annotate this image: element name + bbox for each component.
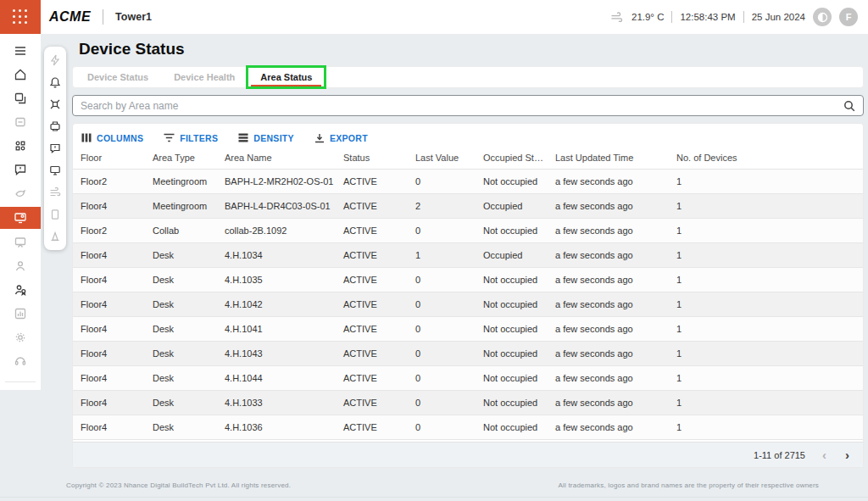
rail-item-door[interactable] <box>48 208 62 221</box>
sidebar-item-menu[interactable] <box>0 41 41 61</box>
door-icon <box>49 209 61 220</box>
tab-area-status[interactable]: Area Status <box>248 67 325 87</box>
table-cell: Desk <box>145 398 217 408</box>
rail-item-air-quality[interactable] <box>48 186 62 199</box>
export-button[interactable]: EXPORT <box>314 133 368 143</box>
rail-item-desks[interactable] <box>48 97 62 111</box>
table-cell: 0 <box>408 348 476 359</box>
tab-device-status[interactable]: Device Status <box>75 67 161 87</box>
sidebar-item-feedback[interactable] <box>0 159 41 180</box>
rail-item-alarm[interactable] <box>48 75 62 89</box>
tab-device-health[interactable]: Device Health <box>161 67 248 87</box>
sidebar-item-pages[interactable] <box>0 88 41 109</box>
rail-item-display[interactable] <box>48 164 62 177</box>
table-cell: Desk <box>145 299 217 309</box>
category-rail <box>44 47 66 250</box>
divider <box>743 11 744 23</box>
column-header[interactable]: Last Value <box>408 153 476 163</box>
table-cell: 0 <box>408 398 476 408</box>
table-cell: Floor2 <box>73 225 145 236</box>
sidebar-item-analytics[interactable] <box>0 303 41 324</box>
contrast-toggle-button[interactable] <box>813 8 832 26</box>
gesture-icon <box>14 186 27 200</box>
weather-icon <box>611 12 624 22</box>
main-sidebar <box>0 34 41 390</box>
sidebar-item-gesture[interactable] <box>0 183 41 203</box>
sidebar-item-badge-person[interactable] <box>0 280 41 300</box>
table-cell: Not occupied <box>476 324 548 334</box>
table-cell: 0 <box>408 176 476 186</box>
table-cell: 4.H.1042 <box>217 299 336 309</box>
table-cell: 1 <box>669 373 863 383</box>
sidebar-item-home[interactable] <box>0 64 41 85</box>
person-icon <box>14 259 27 273</box>
table-row[interactable]: Floor4Desk4.H.1043ACTIVE0Not occupieda f… <box>73 342 863 366</box>
table-cell: Desk <box>145 275 217 285</box>
table-row[interactable]: Floor2Collabcollab-2B.1092ACTIVE0Not occ… <box>73 219 863 243</box>
table-cell: Floor4 <box>73 422 145 432</box>
search-icon[interactable] <box>843 100 855 112</box>
column-header[interactable]: Floor <box>73 153 145 163</box>
sidebar-item-person[interactable] <box>0 256 41 276</box>
table-cell: 4.H.1035 <box>217 275 336 285</box>
density-icon <box>238 133 248 142</box>
user-avatar[interactable]: F <box>839 8 858 26</box>
table-cell: ACTIVE <box>336 373 408 383</box>
table-cell: 0 <box>408 422 476 432</box>
sidebar-item-support[interactable] <box>0 351 41 371</box>
table-cell: a few seconds ago <box>548 398 669 408</box>
columns-button[interactable]: COLUMNS <box>81 133 143 143</box>
table-cell: Not occupied <box>476 422 548 432</box>
column-header[interactable]: Area Type <box>145 153 217 163</box>
column-header[interactable]: Last Updated Time <box>548 153 669 163</box>
filters-button[interactable]: FILTERS <box>164 133 218 143</box>
table-row[interactable]: Floor4Desk4.H.1036ACTIVE0Not occupieda f… <box>73 415 863 440</box>
rail-item-cabinet[interactable] <box>48 120 62 133</box>
table-cell: Floor2 <box>73 176 145 186</box>
column-header[interactable]: Occupied Status <box>476 153 548 163</box>
filters-icon <box>164 133 175 142</box>
export-icon <box>314 133 325 143</box>
table-cell: a few seconds ago <box>548 324 669 334</box>
sidebar-item-device-status[interactable] <box>0 207 41 229</box>
next-page-button[interactable]: › <box>845 448 849 461</box>
table-cell: Desk <box>145 250 217 260</box>
rail-item-energy[interactable] <box>48 53 62 67</box>
table-cell: Not occupied <box>476 275 548 285</box>
rail-item-chat-alert[interactable] <box>48 142 62 155</box>
table-row[interactable]: Floor2MeetingroomBAPH-L2-MR2H02-OS-01ACT… <box>73 170 863 194</box>
table-row[interactable]: Floor4Desk4.H.1042ACTIVE0Not occupieda f… <box>73 292 863 317</box>
table-row[interactable]: Floor4Desk4.H.1041ACTIVE0Not occupieda f… <box>73 317 863 342</box>
sidebar-item-settings[interactable] <box>0 327 41 348</box>
column-header[interactable]: Status <box>336 153 408 163</box>
search-input[interactable] <box>81 100 843 112</box>
table-cell: Floor4 <box>73 299 145 309</box>
clock-value: 12:58:43 PM <box>680 12 735 22</box>
density-button[interactable]: DENSITY <box>238 133 294 143</box>
sidebar-item-presentation[interactable] <box>0 232 41 253</box>
card-icon <box>14 115 27 129</box>
column-header[interactable]: No. of Devices <box>669 153 863 163</box>
column-header[interactable]: Area Name <box>217 153 336 163</box>
table-row[interactable]: Floor4Desk4.H.1034ACTIVE1Occupieda few s… <box>73 243 863 268</box>
table-cell: ACTIVE <box>336 250 408 260</box>
table-cell: 1 <box>669 324 863 334</box>
table-row[interactable]: Floor4Desk4.H.1033ACTIVE0Not occupieda f… <box>73 391 863 415</box>
sidebar-item-card[interactable] <box>0 112 41 132</box>
table-cell: a few seconds ago <box>548 275 669 285</box>
sidebar-item-widgets[interactable] <box>0 136 41 156</box>
tab-label: Device Status <box>87 72 148 82</box>
table-cell: 4.H.1041 <box>217 324 336 334</box>
table-row[interactable]: Floor4Desk4.H.1044ACTIVE0Not occupieda f… <box>73 366 863 391</box>
table-cell: Floor4 <box>73 398 145 408</box>
table-cell: ACTIVE <box>336 275 408 285</box>
table-row[interactable]: Floor4Desk4.H.1035ACTIVE0Not occupieda f… <box>73 268 863 292</box>
table-cell: a few seconds ago <box>548 225 669 236</box>
table-cell: 1 <box>669 250 863 260</box>
table-row[interactable]: Floor4MeetingroomBAPH-L4-DR4C03-0S-01ACT… <box>73 194 863 219</box>
rail-item-cone[interactable] <box>48 230 62 243</box>
table-cell: a few seconds ago <box>548 201 669 211</box>
app-launcher-button[interactable] <box>0 0 41 34</box>
previous-page-button[interactable]: ‹ <box>822 448 826 461</box>
table-cell: a few seconds ago <box>548 176 669 186</box>
